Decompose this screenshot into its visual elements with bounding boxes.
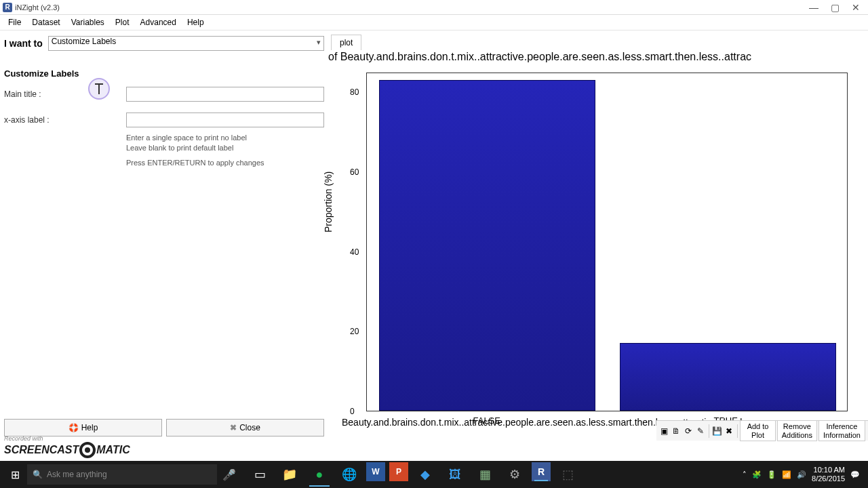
tray-battery-icon[interactable]: 🔋	[767, 470, 776, 479]
plot-title: of Beauty.and.brains.don.t.mix..attracti…	[328, 51, 868, 63]
add-to-plot-button[interactable]: Add to Plot	[740, 420, 775, 441]
app-icon-3[interactable]: ▦	[472, 462, 498, 487]
help-button[interactable]: 🛟 Help	[4, 419, 162, 436]
plot-area	[366, 73, 848, 411]
main-title-input[interactable]	[126, 87, 324, 102]
minimize-icon[interactable]: —	[809, 2, 818, 13]
chrome-icon[interactable]: 🌐	[336, 462, 362, 487]
hint-text: Enter a single space to print no label L…	[0, 130, 328, 171]
search-icon: 🔍	[33, 470, 43, 479]
y-tick: 80	[350, 87, 359, 97]
system-tray: ˄ 🧩 🔋 📶 🔊 10:10 AM 8/26/2015 💬	[743, 466, 865, 483]
watermark-recorded: Recorded with	[4, 435, 130, 442]
save-icon[interactable]: 💾	[711, 424, 722, 439]
bottom-toolbar: ▣ 🗎 ⟳ ✎ 💾 ✖ Add to Plot Remove Additions…	[656, 420, 868, 441]
cursor-indicator-icon	[88, 78, 110, 100]
menu-help[interactable]: Help	[182, 16, 210, 29]
file-explorer-icon[interactable]: 📁	[277, 462, 302, 487]
tray-volume-icon[interactable]: 🔊	[797, 470, 806, 479]
titlebar: R iNZight (v2.3) — ▢ ✕	[0, 0, 868, 15]
y-tick: 20	[350, 327, 359, 336]
y-tick: 40	[350, 247, 359, 257]
app-icon: R	[3, 3, 12, 12]
help-icon: 🛟	[68, 423, 79, 432]
xaxis-input[interactable]	[126, 113, 324, 127]
y-axis-label: Proportion (%)	[323, 171, 334, 232]
taskbar-search[interactable]: 🔍 Ask me anything	[27, 464, 217, 485]
app-icon-2[interactable]: 🖼	[442, 462, 468, 487]
tray-clock[interactable]: 10:10 AM 8/26/2015	[812, 466, 845, 483]
menu-variables[interactable]: Variables	[66, 16, 110, 29]
watermark: Recorded with SCREENCASTMATIC	[4, 435, 130, 458]
xaxis-label: x-axis label :	[4, 115, 126, 125]
window-controls: — ▢ ✕	[809, 2, 865, 13]
window-title: iNZight (v2.3)	[15, 3, 60, 12]
powerpoint-icon[interactable]: P	[389, 462, 408, 481]
tray-up-icon[interactable]: ˄	[743, 470, 747, 479]
start-button[interactable]: ⊞	[3, 462, 27, 487]
inzight-taskbar-icon[interactable]: R	[532, 462, 551, 481]
plot-panel: plot of Beauty.and.brains.don.t.mix..att…	[328, 30, 868, 441]
app-icon-5[interactable]: ⬚	[555, 462, 580, 487]
edit-icon[interactable]: ✎	[695, 424, 706, 439]
section-header: Customize Labels	[0, 56, 328, 84]
new-page-icon[interactable]: 🗎	[671, 424, 682, 439]
iwant-select[interactable]: Customize Labels	[48, 36, 324, 51]
menu-dataset[interactable]: Dataset	[26, 16, 65, 29]
remove-additions-button[interactable]: Remove Additions	[777, 420, 817, 441]
app-icon-1[interactable]: ◆	[412, 462, 438, 487]
bar-false	[379, 80, 596, 411]
y-tick: 60	[350, 167, 359, 177]
close-x-icon: ✖	[230, 423, 237, 432]
inference-info-button[interactable]: Inference Information	[818, 420, 865, 441]
close-button[interactable]: ✖ Close	[166, 419, 324, 436]
spotify-icon[interactable]: ●	[307, 462, 332, 487]
close-icon[interactable]: ✕	[852, 2, 860, 13]
watermark-logo: SCREENCASTMATIC	[4, 442, 130, 458]
tray-wifi-icon[interactable]: 📶	[782, 470, 791, 479]
menu-plot[interactable]: Plot	[110, 16, 135, 29]
taskbar: ⊞ 🔍 Ask me anything 🎤 ▭ 📁 ● 🌐 W P ◆ 🖼 ▦ …	[0, 461, 868, 488]
plot-tab[interactable]: plot	[331, 35, 361, 50]
tray-notifications-icon[interactable]: 💬	[850, 470, 860, 479]
menu-advanced[interactable]: Advanced	[135, 16, 182, 29]
cortana-mic-icon[interactable]: 🎤	[217, 462, 241, 487]
y-tick: 0	[350, 407, 355, 416]
maximize-icon[interactable]: ▢	[831, 2, 840, 13]
menubar: File Dataset Variables Plot Advanced Hel…	[0, 15, 868, 30]
new-window-icon[interactable]: ▣	[659, 424, 670, 439]
refresh-icon[interactable]: ⟳	[683, 424, 694, 439]
iwant-label: I want to	[4, 38, 43, 49]
word-icon[interactable]: W	[366, 462, 385, 481]
bar-true	[620, 343, 837, 411]
task-view-icon[interactable]: ▭	[247, 462, 273, 487]
menu-file[interactable]: File	[3, 16, 26, 29]
app-icon-4[interactable]: ⚙	[502, 462, 528, 487]
tray-app-icon[interactable]: 🧩	[752, 470, 762, 479]
delete-icon[interactable]: ✖	[724, 424, 734, 439]
left-panel: I want to Customize Labels Customize Lab…	[0, 30, 328, 441]
